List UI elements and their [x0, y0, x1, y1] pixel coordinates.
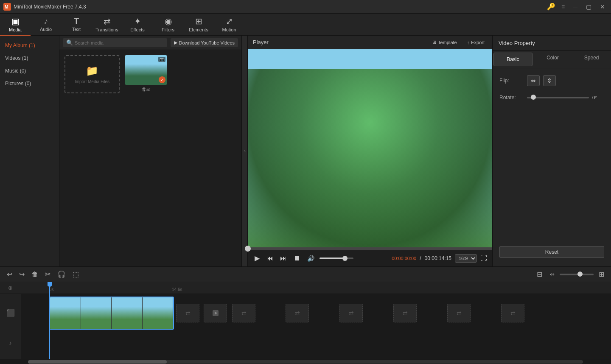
search-box[interactable]: 🔍: [63, 38, 167, 47]
tab-basic[interactable]: Basic: [493, 53, 533, 66]
timeline-playhead[interactable]: [49, 282, 50, 359]
key-icon: 🔑: [547, 3, 555, 11]
video-track-icon[interactable]: ⬛: [0, 294, 21, 332]
aspect-ratio-select[interactable]: 16:9 9:16 4:3 1:1 21:9: [455, 254, 477, 263]
audio-track-icon[interactable]: ♪: [0, 332, 21, 354]
toolbar-transitions[interactable]: ⇄ Transitions: [92, 14, 122, 36]
maximize-button[interactable]: ▢: [583, 3, 594, 11]
media-grid: 📁 Import Media Files 📷 ✓ 휴로: [59, 50, 241, 266]
timeline-toolbar: ↩ ↪ 🗑 ✂ 🎧 ⬚ ⊟ ⇔ ⊞: [0, 267, 611, 282]
undo-button[interactable]: ↩: [4, 269, 15, 280]
transition-slot-3[interactable]: ⇄: [286, 304, 309, 322]
tab-speed[interactable]: Speed: [572, 51, 611, 68]
redo-button[interactable]: ↪: [17, 269, 27, 280]
prev-frame-button[interactable]: ⏮: [265, 253, 275, 264]
audio-button[interactable]: 🎧: [55, 269, 68, 280]
media-toolbar: 🔍 ▶ Download YouTube Videos: [59, 36, 241, 50]
toolbar-text[interactable]: T Text: [61, 14, 92, 36]
scrollbar-thumb[interactable]: [28, 360, 167, 364]
import-tile-inner[interactable]: 📁 Import Media Files: [64, 55, 120, 93]
import-tile[interactable]: 📁 Import Media Files: [64, 55, 120, 93]
left-panel: My Album (1) Videos (1) Music (0) Pictur…: [0, 36, 242, 266]
fit-timeline-button[interactable]: ⇔: [547, 269, 557, 279]
sidebar-item-music[interactable]: Music (0): [0, 64, 59, 77]
timeline-scrollbar[interactable]: [0, 359, 611, 364]
rotate-slider-container: 0°: [527, 95, 604, 100]
clip-frame-3: [112, 297, 143, 329]
toolbar-audio[interactable]: ♪ Audio: [31, 14, 61, 36]
filters-icon: ◉: [165, 16, 172, 26]
sidebar-item-videos[interactable]: Videos (1): [0, 52, 59, 64]
timeline-content: ⊕ ⬛ ♪ 0s 14.6s: [0, 282, 611, 359]
stop-button[interactable]: ⏹: [292, 253, 302, 264]
volume-fill: [320, 258, 345, 259]
download-youtube-button[interactable]: ▶ Download YouTube Videos: [171, 38, 238, 47]
toolbar-effects[interactable]: ✦ Effects: [122, 14, 153, 36]
menu-icon[interactable]: ≡: [559, 3, 567, 11]
volume-dot: [342, 256, 348, 261]
youtube-icon: ▶: [174, 40, 177, 45]
clip-frame-1: [50, 297, 81, 329]
reset-button[interactable]: Reset: [499, 246, 604, 258]
title-bar: M MiniTool MovieMaker Free 7.4.3 🔑 ≡ ─ ▢…: [0, 0, 611, 14]
collapse-panel-button[interactable]: ›: [242, 36, 248, 266]
transition-slot-4[interactable]: ⇄: [339, 304, 363, 322]
crop-button[interactable]: ⬚: [70, 269, 81, 280]
play-button[interactable]: ▶: [253, 252, 261, 264]
close-button[interactable]: ✕: [597, 3, 608, 11]
rotate-slider[interactable]: [527, 97, 589, 98]
fullscreen-button[interactable]: ⛶: [480, 255, 487, 262]
transition-slot-5[interactable]: ⇄: [393, 304, 417, 322]
timeline-tracks[interactable]: 0s 14.6s ⇄: [21, 282, 611, 359]
video-clip[interactable]: [49, 297, 174, 330]
toolbar-media[interactable]: ▣ Media: [0, 14, 31, 36]
player-playhead[interactable]: [245, 246, 251, 252]
delete-button[interactable]: 🗑: [29, 269, 41, 280]
search-input[interactable]: [75, 40, 164, 45]
template-icon: ⊞: [432, 39, 436, 45]
zoom-in-button[interactable]: ⊞: [596, 269, 607, 280]
media-thumbnail[interactable]: 📷 ✓: [125, 55, 167, 85]
template-button[interactable]: ⊞ Template: [430, 38, 460, 46]
flip-vertical-button[interactable]: ⇕: [543, 75, 556, 86]
split-button[interactable]: ✂: [42, 269, 53, 280]
zoom-slider[interactable]: [560, 274, 594, 275]
clip-label: 휴로: [125, 87, 167, 92]
tab-color[interactable]: Color: [533, 51, 572, 68]
minimize-button[interactable]: ─: [571, 3, 580, 11]
player-actions: ⊞ Template ↑ Export: [430, 38, 487, 46]
effects-icon: ✦: [134, 16, 141, 26]
main-layout: My Album (1) Videos (1) Music (0) Pictur…: [0, 36, 611, 266]
volume-slider[interactable]: [320, 258, 353, 259]
player-title: Player: [253, 39, 269, 45]
add-track-button[interactable]: ⊕: [0, 282, 21, 294]
motion-icon: ⤢: [226, 16, 233, 26]
toolbar-filters[interactable]: ◉ Filters: [153, 14, 183, 36]
flip-horizontal-button[interactable]: ⇔: [527, 75, 540, 86]
selected-checkmark: ✓: [159, 76, 165, 83]
toolbar-text-label: Text: [72, 27, 81, 32]
sidebar-item-pictures[interactable]: Pictures (0): [0, 77, 59, 90]
next-frame-button[interactable]: ⏭: [278, 253, 289, 264]
transition-slot-media[interactable]: [204, 304, 227, 322]
transition-slot-1[interactable]: ⇄: [176, 304, 199, 322]
sidebar: My Album (1) Videos (1) Music (0) Pictur…: [0, 36, 59, 266]
zoom-dot: [577, 272, 583, 277]
elements-icon: ⊞: [195, 16, 202, 26]
export-button[interactable]: ↑ Export: [465, 38, 487, 46]
transition-slot-2[interactable]: ⇄: [232, 304, 255, 322]
toolbar-motion[interactable]: ⤢ Motion: [214, 14, 244, 36]
camera-icon: 📷: [158, 57, 165, 62]
media-clip-item[interactable]: 📷 ✓ 휴로: [125, 55, 167, 93]
transition-slot-7[interactable]: ⇄: [501, 304, 524, 322]
main-toolbar: ▣ Media ♪ Audio T Text ⇄ Transitions ✦ E…: [0, 14, 611, 36]
transition-slot-6[interactable]: ⇄: [447, 304, 471, 322]
toolbar-elements[interactable]: ⊞ Elements: [183, 14, 214, 36]
sidebar-item-my-album[interactable]: My Album (1): [0, 39, 59, 52]
player-timeline[interactable]: [248, 247, 492, 250]
volume-button[interactable]: 🔊: [306, 253, 316, 263]
media-icon: ▣: [11, 16, 20, 26]
zoom-out-button[interactable]: ⊟: [534, 269, 545, 280]
flip-row: Flip: ⇔ ⇕: [499, 75, 604, 86]
audio-track-row: [21, 332, 611, 354]
